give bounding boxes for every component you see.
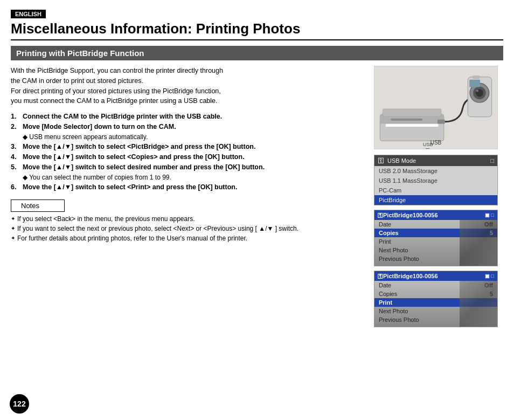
pb2-copies-label: Copies [379,291,397,297]
pb-screen-2-icon: ⚿ [378,273,383,279]
usb-item-0: USB 2.0 MassStorage [374,166,497,176]
usb-screen-icon: □ [490,157,494,164]
svg-rect-14 [469,80,480,87]
svg-rect-13 [473,76,480,79]
step-4-text: Move the [▲/▼] switch to select <Copies>… [23,153,369,161]
pb-screen-1: ⚿ PictBridge 100-0056 ▣ □ Date Off Copie… [374,210,498,266]
step-1: 1. Connect the CAM to the PictBridge pri… [11,113,369,120]
left-column: With the PictBridge Support, you can con… [11,66,369,332]
pb2-date-label: Date [379,282,391,288]
svg-text:⚿: ⚿ [426,148,430,149]
pb-prev-label: Previous Photo [379,256,419,262]
note-2: If you want to select the next or previo… [11,225,369,232]
step-3-num: 3. [11,143,23,150]
step-6-text: Move the [▲/▼] switch to select <Print> … [23,183,369,191]
intro-text: With the PictBridge Support, you can con… [11,66,369,106]
svg-point-12 [476,90,478,92]
step-6-num: 6. [11,183,23,191]
step-2-sub: USB menu screen appears automatically. [23,133,369,141]
step-5-sub: You can select the number of copies from… [23,174,369,181]
pb-screen-2: ⚿ PictBridge 100-0056 ▣ □ Date Off Copie… [374,271,498,327]
pb-screen-1-code: 100-0056 [413,212,438,218]
steps-list: 1. Connect the CAM to the PictBridge pri… [11,113,369,191]
language-badge: ENGLISH [11,10,46,18]
usb-mode-screen: ⚿ USB Mode □ USB 2.0 MassStorage USB 1.1… [374,155,498,205]
step-3-text: Move the [▲/▼] switch to select <PictBri… [23,143,369,150]
svg-rect-5 [383,109,441,116]
step-5-text: Move the [▲/▼] switch to select desired … [23,163,369,171]
pb2-prev-label: Previous Photo [379,316,419,323]
pb-print-label: Print [379,238,391,245]
usb-icon: ⚿ [378,157,384,164]
usb-item-1: USB 1.1 MassStorage [374,176,497,185]
svg-rect-4 [385,124,439,127]
pb-date-label: Date [379,221,391,228]
step-5: 5. Move the [▲/▼] switch to select desir… [11,163,369,171]
step-1-num: 1. [11,113,23,120]
note-3: For further details about printing photo… [11,235,369,242]
section-header: Printing with PictBridge Function [11,46,503,60]
svg-rect-3 [391,119,422,121]
step-1-text: Connect the CAM to the PictBridge printe… [23,113,369,120]
main-content: With the PictBridge Support, you can con… [11,66,503,332]
pb-screen-2-code: 100-0056 [413,273,438,279]
notes-section: Notes If you select <Back> in the menu, … [11,199,369,244]
pb-screen-1-body: Date Off Copies 5 Print Next Photo Previ [374,220,497,266]
step-5-num: 5. [11,163,23,171]
notes-label: Notes [11,199,65,212]
pb-screen-2-body: Date Off Copies 5 Print Next Photo Previ [374,281,497,327]
page: ENGLISH Miscellaneous Information: Print… [0,0,514,420]
step-3: 3. Move the [▲/▼] switch to select <Pict… [11,143,369,150]
step-6: 6. Move the [▲/▼] switch to select <Prin… [11,183,369,191]
usb-screen-header: ⚿ USB Mode □ [374,155,497,166]
pb-screen-1-header: ⚿ PictBridge 100-0056 ▣ □ [374,210,497,220]
intro-line-1: With the PictBridge Support, you can con… [11,67,223,105]
page-number: 122 [10,394,29,414]
note-1: If you select <Back> in the menu, the pr… [11,215,369,223]
usb-label: USB [430,140,442,146]
pb2-next-label: Next Photo [379,308,408,314]
pb-screen-1-icon: ⚿ [378,212,383,218]
page-title: Miscellaneous Information: Printing Phot… [11,20,503,40]
svg-rect-6 [437,120,445,124]
pb2-print-label: Print [379,299,392,306]
pb-copies-label: Copies [379,230,399,236]
right-column: USB ⚿ USB ⚿ USB Mode □ USB 2.0 MassStora… [374,66,503,332]
usb-item-2: PC-Cam [374,185,497,195]
camera-image: USB ⚿ USB [374,66,498,149]
pb-screen-2-icons: ▣ □ [485,273,494,279]
pb-thumbnail-1 [460,220,497,266]
pb-screen-2-title: PictBridge [383,273,413,279]
pb-screen-1-title: PictBridge [383,212,413,218]
pb-screen-1-icons: ▣ □ [485,212,494,218]
pb-thumbnail-2 [460,281,497,327]
pb-screen-2-header: ⚿ PictBridge 100-0056 ▣ □ [374,271,497,281]
step-4: 4. Move the [▲/▼] switch to select <Copi… [11,153,369,161]
usb-screen-title: USB Mode [387,157,416,164]
step-2: 2. Move [Mode Selector] down to turn on … [11,123,369,130]
step-2-text: Move [Mode Selector] down to turn on the… [23,123,369,130]
usb-item-3: PictBridge [374,195,497,205]
step-2-num: 2. [11,123,23,130]
pb-next-label: Next Photo [379,247,408,253]
step-4-num: 4. [11,153,23,161]
